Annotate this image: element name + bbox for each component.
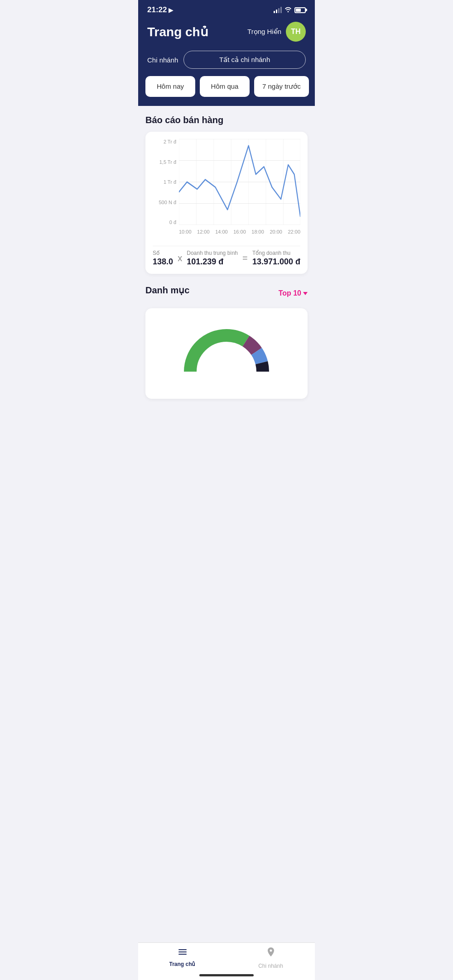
sales-chart: 2 Tr đ 1,5 Tr đ 1 Tr đ 500 N đ 0 đ [153, 139, 300, 239]
y-label-4: 0 đ [153, 220, 179, 225]
donut-chart [181, 326, 272, 381]
avatar[interactable]: TH [286, 22, 306, 42]
sales-report-title: Báo cáo bán hàng [145, 115, 308, 125]
header: Trang chủ Trọng Hiển TH [138, 18, 315, 51]
branch-label: Chi nhánh [147, 56, 178, 64]
y-label-2: 1 Tr đ [153, 179, 179, 185]
status-bar: 21:22 ▶ [138, 0, 315, 18]
date-btn-today[interactable]: Hôm nay [145, 76, 195, 97]
date-btn-yesterday[interactable]: Hôm qua [200, 76, 250, 97]
battery-icon [294, 7, 306, 13]
signal-icon [274, 7, 282, 13]
top10-label: Top 10 [279, 289, 301, 297]
stat-so: Số 138.0 [153, 250, 173, 267]
chart-y-axis: 2 Tr đ 1,5 Tr đ 1 Tr đ 500 N đ 0 đ [153, 139, 179, 225]
x-label-4: 18:00 [251, 229, 264, 234]
sales-chart-card: 2 Tr đ 1,5 Tr đ 1 Tr đ 500 N đ 0 đ [145, 132, 308, 274]
date-filter-bar: Hôm nay Hôm qua 7 ngày trước [138, 76, 315, 106]
so-value: 138.0 [153, 257, 173, 267]
y-label-0: 2 Tr đ [153, 139, 179, 144]
navigation-icon: ▶ [169, 7, 173, 14]
danh-muc-title: Danh mục [145, 285, 189, 296]
x-label-5: 20:00 [270, 229, 282, 234]
so-label: Số [153, 250, 173, 256]
danh-muc-section: Danh mục Top 10 [145, 285, 308, 399]
y-label-1: 1,5 Tr đ [153, 159, 179, 165]
stat-doanh-thu: Doanh thu trung bình 101.239 đ [187, 250, 238, 267]
x-label-3: 16:00 [233, 229, 246, 234]
page-title: Trang chủ [147, 24, 208, 39]
username: Trọng Hiển [247, 28, 281, 36]
equals-operator: = [242, 253, 248, 263]
chart-svg-area [179, 139, 300, 225]
status-time: 21:22 ▶ [147, 5, 173, 14]
danh-muc-header: Danh mục Top 10 [145, 285, 308, 302]
doanh-thu-label: Doanh thu trung bình [187, 250, 238, 256]
x-label-2: 14:00 [215, 229, 228, 234]
doanh-thu-value: 101.239 đ [187, 257, 238, 267]
multiply-operator: x [178, 253, 182, 263]
status-icons [274, 6, 306, 14]
x-label-0: 10:00 [179, 229, 192, 234]
y-label-3: 500 N đ [153, 200, 179, 205]
donut-chart-card [145, 308, 308, 399]
top10-button[interactable]: Top 10 [279, 289, 308, 297]
user-info[interactable]: Trọng Hiển TH [247, 22, 306, 42]
sales-report-section: Báo cáo bán hàng 2 Tr đ 1,5 Tr đ 1 Tr đ … [145, 115, 308, 274]
stat-tong: Tổng doanh thu 13.971.000 đ [252, 250, 300, 267]
branch-section: Chi nhánh Tất cả chi nhánh [138, 51, 315, 76]
branch-selector[interactable]: Tất cả chi nhánh [183, 51, 306, 69]
x-label-6: 22:00 [288, 229, 300, 234]
chevron-down-icon [303, 292, 308, 295]
main-content: Báo cáo bán hàng 2 Tr đ 1,5 Tr đ 1 Tr đ … [138, 106, 315, 444]
date-btn-7days[interactable]: 7 ngày trước [254, 76, 309, 97]
wifi-icon [284, 6, 292, 14]
x-label-1: 12:00 [197, 229, 210, 234]
tong-label: Tổng doanh thu [252, 250, 300, 256]
time-display: 21:22 [147, 5, 167, 14]
branch-selected-value: Tất cả chi nhánh [219, 56, 270, 64]
chart-x-axis: 10:00 12:00 14:00 16:00 18:00 20:00 22:0… [179, 225, 300, 239]
stats-row: Số 138.0 x Doanh thu trung bình 101.239 … [153, 246, 300, 267]
tong-value: 13.971.000 đ [252, 257, 300, 267]
